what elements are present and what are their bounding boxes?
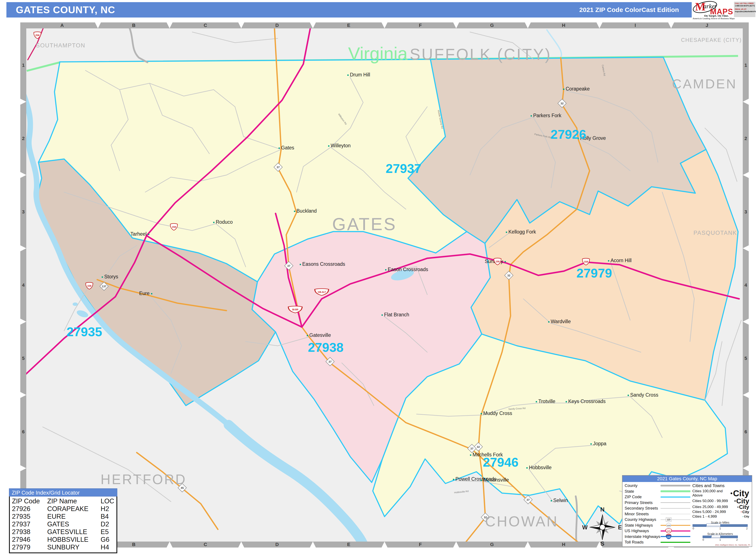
grid-column-label: D <box>275 542 279 547</box>
town-label: Roduco <box>216 219 233 225</box>
town-dot <box>307 335 308 336</box>
svg-text:32: 32 <box>507 274 510 277</box>
svg-text:158-ALT: 158-ALT <box>318 291 326 293</box>
svg-text:58-BR: 58-BR <box>292 308 299 311</box>
zip-code-label: 27935 <box>67 325 102 339</box>
zip-code-label: 27946 <box>483 455 519 469</box>
legend-city-item: Cities 5,000 - 24,999City <box>692 510 749 514</box>
table-row: 27926CORAPEAKEH2 <box>12 505 116 513</box>
county-label: SUFFOLK (CITY) <box>410 45 552 63</box>
compass-letter: W <box>582 524 588 531</box>
svg-text:37: 37 <box>526 498 529 502</box>
county-label: GATES <box>332 214 397 234</box>
header-bar: GATES COUNTY, NC 2021 ZIP Code ColorCast… <box>6 2 692 17</box>
county-label: HERTFORD <box>101 472 187 487</box>
scale-bar: Scale in Kilometers012 <box>703 532 738 541</box>
legend-item: Minor Streets <box>625 511 692 517</box>
town-label: Eason Crossroads <box>388 267 428 272</box>
legend-cities: Cities and Towns Cities 100,000 and Abov… <box>692 483 750 545</box>
svg-text:32: 32 <box>561 102 563 105</box>
svg-text:37: 37 <box>470 447 473 450</box>
legend-item: Interstate Highways123 <box>625 534 692 540</box>
table-row: 27935EUREB4 <box>12 513 116 520</box>
grid-column-label: H <box>562 542 565 547</box>
legend-city-item: Cities 1 - 4,999City <box>692 514 749 519</box>
town-label: Easons Crossroads <box>302 261 345 267</box>
county-label: SOUTHAMPTON <box>36 42 85 49</box>
contact-email-label: EMAIL US AT: <box>735 8 755 10</box>
town-dot <box>347 75 349 76</box>
grid-row-label: 4 <box>22 283 25 288</box>
town-dot <box>481 413 482 414</box>
legend-item: State <box>625 488 692 495</box>
town-label: Gatesville <box>309 332 331 338</box>
contact-phone: 1-888-434-MAPS (6277) <box>735 5 755 7</box>
svg-text:158: 158 <box>584 260 588 263</box>
town-dot <box>505 261 506 262</box>
svg-text:158: 158 <box>495 260 500 263</box>
contact-call-label: CALL US TOLL FREE! <box>735 2 755 5</box>
logo-contact-box: CALL US TOLL FREE! 1-888-434-MAPS (6277)… <box>734 2 755 17</box>
table-row: 27938GATESVILLEE5 <box>12 528 116 536</box>
grid-row-label: 5 <box>22 356 25 361</box>
county-label: CHESAPEAKE (CITY) <box>681 37 742 43</box>
town-label: Muddy Cross <box>483 411 512 416</box>
contact-email: mapsales@MarketMAPS.com <box>735 10 755 13</box>
svg-text:258: 258 <box>35 34 40 37</box>
county-hwy-badge-icon: 123 <box>666 518 671 522</box>
town-dot <box>590 443 592 445</box>
town-label: Buckland <box>296 208 317 214</box>
svg-text:158: 158 <box>172 226 176 228</box>
grid-column-label: I <box>635 23 636 28</box>
compass-letter: S <box>600 541 604 547</box>
town-label: Mintonsville <box>483 477 509 483</box>
grid-column-label: F <box>419 542 422 547</box>
grid-row-label: 1 <box>22 62 25 68</box>
town-dot <box>385 269 387 270</box>
legend-city-item: Cities 100,000 and AboveCity <box>692 489 749 498</box>
town-label: Flat Branch <box>384 312 409 317</box>
town-label: Willeyton <box>331 143 351 148</box>
grid-row-label: 4 <box>745 283 747 288</box>
map-legend: 2021 Gates County, NC Map CountyStateZIP… <box>622 475 752 547</box>
zip-index-table: ZIP Code Index/Grid Locator ZIP CodeZIP … <box>9 488 117 553</box>
town-label: Wardville <box>551 319 571 324</box>
county-label: CHOWAN <box>485 513 558 529</box>
grid-row-label: 2 <box>22 136 25 141</box>
town-label: Keys Crossroads <box>568 398 606 404</box>
grid-column-label: E <box>347 23 350 28</box>
legend-item: County <box>625 483 692 488</box>
town-dot <box>608 260 609 261</box>
town-dot <box>148 234 149 235</box>
town-label: Drum Hill <box>350 72 370 78</box>
town-dot <box>279 147 280 149</box>
grid-row-label: 5 <box>745 356 747 361</box>
legend-item: Primary Streets <box>625 500 692 506</box>
town-dot <box>551 500 552 502</box>
town-label: Sandy Cross <box>630 392 659 398</box>
grid-column-label: E <box>347 542 350 547</box>
town-label: Gates <box>281 145 294 151</box>
svg-text:37: 37 <box>287 264 290 267</box>
grid-column-label: G <box>490 23 494 28</box>
zip-index-body: ZIP CodeZIP NameLOC27926CORAPEAKEH227935… <box>9 497 117 553</box>
town-label: Joppa <box>593 441 606 446</box>
town-dot <box>628 395 629 396</box>
town-label: Eure <box>139 291 150 296</box>
logo-subtitle: America's Leading Source of Business Map… <box>692 17 734 19</box>
town-label: Kellogg Fork <box>508 229 536 234</box>
grid-column-label: A <box>61 23 64 28</box>
table-row: 27946HOBBSVILLEG6 <box>12 536 116 544</box>
town-dot <box>526 467 528 469</box>
town-dot <box>453 479 454 480</box>
state-hwy-badge-icon: 123 <box>666 523 671 528</box>
town-label: Hobbsville <box>529 465 552 470</box>
compass-letter: N <box>600 506 604 513</box>
town-label: Tarheel <box>130 231 147 237</box>
town-label: Corapeake <box>566 86 590 92</box>
legend-city-item: Cities 50,000 - 99,999City <box>692 498 749 504</box>
town-label: Parkers Fork <box>533 113 561 118</box>
county-label: CAMDEN <box>672 76 737 91</box>
us-hwy-badge-icon: 123 <box>666 528 672 533</box>
grid-column-label: G <box>490 542 494 547</box>
